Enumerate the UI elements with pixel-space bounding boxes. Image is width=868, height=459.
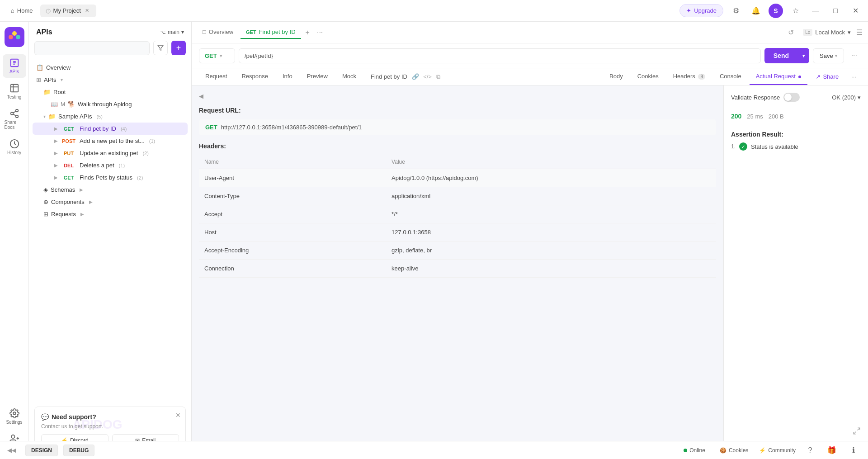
tabs-more-button[interactable]: ··· [314,26,326,39]
url-bar: GET ▾ Send ▾ Save ▾ ··· [192,43,868,68]
tab-my-project[interactable]: ◷ My Project ✕ [40,5,96,17]
nav-item-components[interactable]: ⊕ Components ▶ [33,196,188,208]
send-dropdown-icon[interactable]: ▾ [798,49,809,62]
send-label: Send [764,48,798,63]
search-input[interactable] [34,41,150,55]
share-tab[interactable]: ↗ Share [809,69,845,85]
new-tab-button[interactable]: + [303,26,312,39]
avatar[interactable]: S [769,4,783,18]
sidebar-share-docs-label: Share Docs [5,120,24,130]
minimize-icon-btn[interactable]: — [808,4,823,18]
method-badge-get2: GET [61,175,77,180]
assertion-text: Status is available [751,143,798,150]
url-input[interactable] [239,48,761,63]
collapse-left-button[interactable]: ◀ [199,93,203,99]
active-tab-method: GET [246,29,256,35]
nav-item-requests[interactable]: ⊞ Requests ▶ [33,208,188,220]
nav-item-delete-pet[interactable]: ▶ DEL Deletes a pet (1) [33,159,188,171]
tab-close-icon[interactable]: ✕ [84,7,91,14]
sidebar-item-apis[interactable]: APIs [3,54,26,78]
cookies-button[interactable]: 🍪 Cookies [716,445,752,455]
add-button[interactable]: + [171,41,186,55]
body-area: ◀ Request URL: GET http://127.0.0.1:3658… [192,85,868,459]
app-logo[interactable] [5,27,24,47]
overview-tab[interactable]: □ Overview [197,26,239,39]
method-badge-del: DEL [61,163,77,168]
console-sub-tab[interactable]: Console [713,68,748,85]
send-button[interactable]: Send ▾ [764,48,809,63]
gift-icon-btn[interactable]: 🎁 [825,443,839,458]
tab-menu-icon[interactable]: ☰ [856,28,863,37]
endpoint-chevron-icon: ▶ [54,138,58,143]
table-row: Connection keep-alive [199,260,716,278]
close-icon-btn[interactable]: ✕ [848,4,863,18]
active-request-tab[interactable]: GET Find pet by ID [241,26,301,39]
headers-sub-tab[interactable]: Headers 8 [667,68,712,85]
copy-icon: ⧉ [436,73,440,80]
upgrade-label: Upgrade [694,7,717,14]
method-selector[interactable]: GET ▾ [199,48,235,63]
validate-toggle[interactable] [783,93,800,102]
nav-item-find-pet[interactable]: ▶ GET Find pet by ID (4) [33,123,188,135]
request-tab[interactable]: Request [199,68,233,85]
support-icon: 💬 [41,413,49,421]
body-sub-tab[interactable]: Body [603,68,629,85]
mock-tab[interactable]: Mock [336,68,363,85]
nav-item-update-pet[interactable]: ▶ PUT Update an existing pet (2) [33,147,188,159]
cookies-sub-tab[interactable]: Cookies [631,68,665,85]
endpoint-chevron-icon: ▶ [54,151,58,156]
refresh-button[interactable]: ↺ [788,28,794,37]
nav-item-apis[interactable]: ⊞ APIs ▾ [33,74,188,86]
response-tab[interactable]: Response [235,68,274,85]
local-mock-badge: Lo [803,29,812,36]
filter-button[interactable] [153,41,168,55]
sidebar-item-testing[interactable]: Testing [3,80,26,103]
apis-folder-icon: ⊞ [36,76,41,83]
online-button[interactable]: Online [680,445,709,455]
maximize-icon-btn[interactable]: □ [828,4,843,18]
headers-title: Headers: [199,142,716,150]
community-button[interactable]: ⚡ Community [759,447,796,454]
nav-item-add-pet[interactable]: ▶ POST Add a new pet to the st... (1) [33,135,188,147]
nav-item-sample-apis[interactable]: ▾ 📁 Sample APIs (5) [33,110,188,123]
notifications-icon-btn[interactable]: 🔔 [749,4,763,18]
settings-icon-btn[interactable]: ⚙ [729,4,743,18]
svg-point-6 [10,112,13,115]
local-mock-button[interactable]: Lo Local Mock ▾ [799,27,854,38]
table-row: User-Agent Apidog/1.0.0 (https://apidog.… [199,169,716,187]
nav-item-overview[interactable]: 📋 Overview [33,62,188,74]
expand-panel-button[interactable] [853,427,861,436]
preview-tab[interactable]: Preview [301,68,334,85]
tab-home[interactable]: ⌂ Home [5,5,38,17]
header-name-accept: Accept [199,205,386,223]
community-icon: ⚡ [759,447,766,454]
save-button[interactable]: Save ▾ [813,48,844,63]
main-content: □ Overview GET Find pet by ID + ··· ↺ Lo… [192,22,868,459]
table-row: Accept-Encoding gzip, deflate, br [199,241,716,260]
status-row: 200 25 ms 200 B [731,109,861,123]
save-chevron-icon: ▾ [835,53,837,58]
sidebar-item-settings[interactable]: Settings [3,405,26,428]
sidebar-item-share-docs[interactable]: Share Docs [3,105,26,133]
branch-selector[interactable]: ⌥ main ▾ [160,29,184,35]
active-tab-label: Find pet by ID [259,28,296,35]
nav-item-root[interactable]: 📁 Root [33,86,188,98]
bookmark-icon-btn[interactable]: ☆ [788,4,803,18]
online-dot-icon [684,449,687,452]
nav-item-walkthrough[interactable]: 📖 M 🐕 Walk through Apidog [33,98,188,110]
svg-rect-0 [5,27,24,47]
sidebar-apis-label: APIs [9,69,19,74]
share-icon: ↗ [816,73,821,80]
info-icon-btn[interactable]: ℹ [846,443,861,458]
info-tab[interactable]: Info [276,68,299,85]
nav-item-schemas[interactable]: ◈ Schemas ▶ [33,184,188,196]
actual-request-tab[interactable]: Actual Request [750,68,808,85]
ok-200-dropdown[interactable]: OK (200) ▾ [832,94,861,101]
more-options-button[interactable]: ··· [848,48,861,63]
upgrade-button[interactable]: ✦ Upgrade [679,4,723,17]
inner-tab-more[interactable]: ··· [847,69,861,85]
close-support-button[interactable]: ✕ [175,412,181,419]
help-icon-btn[interactable]: ? [803,443,817,458]
nav-item-finds-pets[interactable]: ▶ GET Finds Pets by status (2) [33,171,188,184]
sidebar-item-history[interactable]: History [3,135,26,159]
